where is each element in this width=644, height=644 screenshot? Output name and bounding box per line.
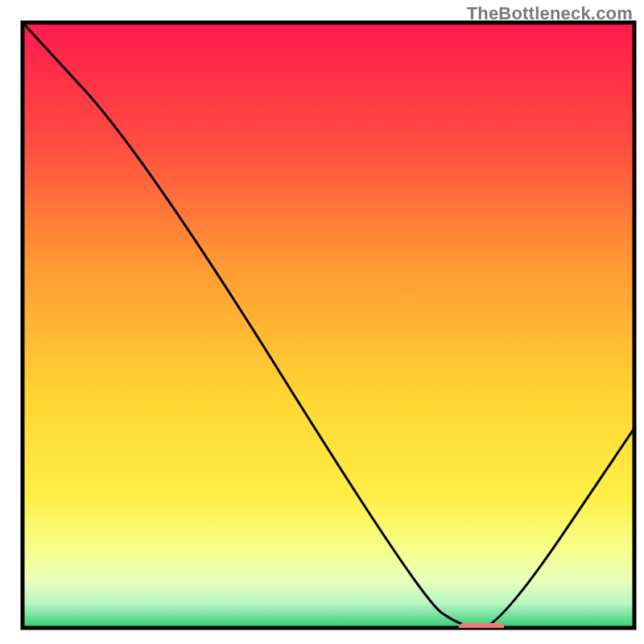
chart-svg [0, 0, 644, 644]
bottleneck-chart: TheBottleneck.com [0, 0, 644, 644]
watermark-text: TheBottleneck.com [467, 3, 633, 24]
gradient-background [23, 23, 634, 628]
optimal-range-marker [459, 623, 505, 633]
